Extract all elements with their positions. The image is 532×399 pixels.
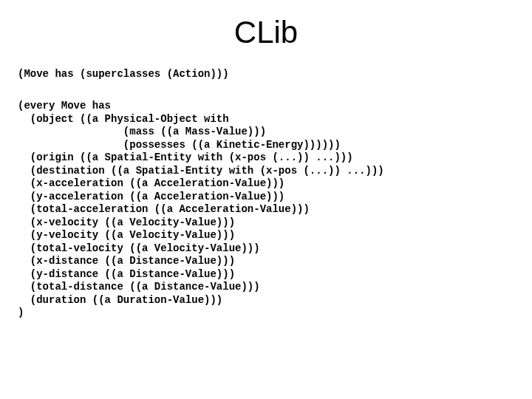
code-line: (mass ((a Mass-Value))) (18, 126, 266, 137)
code-block-1: (Move has (superclasses (Action))) (18, 68, 514, 81)
slide: CLib (Move has (superclasses (Action))) … (0, 0, 532, 399)
code-line: (y-velocity ((a Velocity-Value))) (18, 229, 235, 241)
code-line: (object ((a Physical-Object with (18, 113, 229, 125)
code-line: (every Move has (18, 100, 111, 112)
code-block-2: (every Move has (object ((a Physical-Obj… (18, 87, 514, 320)
code-line: (total-acceleration ((a Acceleration-Val… (18, 203, 310, 215)
code-line: (possesses ((a Kinetic-Energy)))))) (18, 139, 341, 151)
code-line: (total-velocity ((a Velocity-Value))) (18, 242, 260, 254)
code-line: (duration ((a Duration-Value))) (18, 294, 222, 306)
code-line: (x-velocity ((a Velocity-Value))) (18, 216, 235, 228)
code-line: (y-acceleration ((a Acceleration-Value))… (18, 191, 284, 202)
code-line: ) (18, 307, 24, 318)
code-line: (destination ((a Spatial-Entity with (x-… (18, 165, 384, 177)
code-line: (origin ((a Spatial-Entity with (x-pos (… (18, 151, 353, 163)
code-line: (x-distance ((a Distance-Value))) (18, 255, 235, 267)
code-line: (y-distance ((a Distance-Value))) (18, 268, 235, 280)
slide-title: CLib (18, 15, 514, 50)
code-line: (x-acceleration ((a Acceleration-Value))… (18, 177, 284, 189)
code-line: (total-distance ((a Distance-Value))) (18, 281, 260, 293)
